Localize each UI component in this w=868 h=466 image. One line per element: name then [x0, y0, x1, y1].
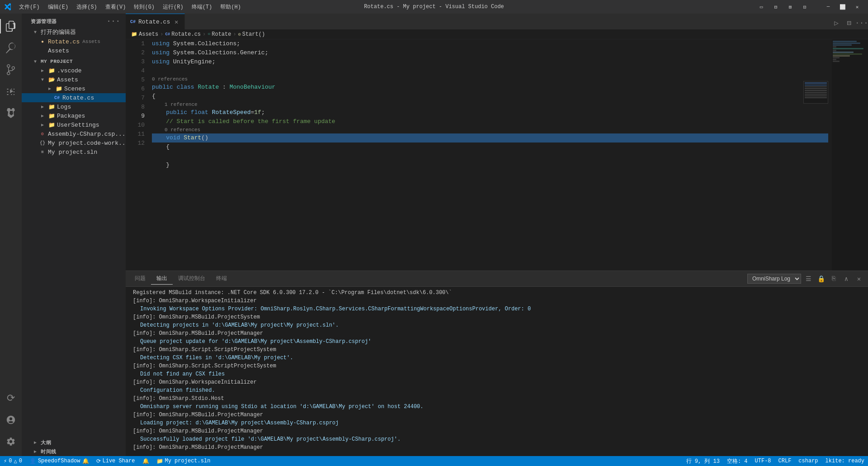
tab-terminal[interactable]: 终端 [211, 273, 232, 285]
live-share-status[interactable]: ⟳ Live Share [93, 456, 139, 466]
errors-count: 0 [9, 458, 12, 464]
assembly-csproj-file[interactable]: ⚙ Assembly-CSharp.csp... [22, 129, 126, 138]
tab-rotatecs[interactable]: C# Rotate.cs ✕ [126, 14, 185, 29]
editor-toolbar: ▷ ⊟ ··· [830, 17, 868, 29]
breadcrumb-file[interactable]: C# Rotate.cs [165, 31, 201, 38]
usersettings-folder[interactable]: ▶ 📁 UserSettings [22, 120, 126, 129]
assets-folder-icon: 📂 [48, 76, 55, 83]
sidebar: 资源管理器 ··· ▼ 打开的编辑器 ● Rotate.cs Assets As… [22, 14, 126, 456]
open-file-assets[interactable]: Assets [22, 46, 126, 55]
menu-select[interactable]: 选择(S) [73, 2, 101, 12]
breadcrumb-assets-label: Assets [139, 31, 158, 38]
log-line-8: Detecting CSX files in 'd:\GAMELAB\My pr… [133, 354, 861, 362]
status-bar-left: ⚡ 0 △ 0 👤 SpeedofShadow 🔔 ⟳ Live Share 🔔… [0, 456, 214, 466]
code-line-1: using System.Collections; [152, 39, 828, 48]
vscode-folder[interactable]: ▶ 📁 .vscode [22, 66, 126, 75]
error-icon: ⚡ [4, 458, 7, 465]
breadcrumb-class-label: Rotate [212, 31, 231, 38]
open-editors-section[interactable]: ▼ 打开的编辑器 [22, 27, 126, 37]
packages-folder[interactable]: ▶ 📁 Packages [22, 111, 126, 120]
split-editor-button[interactable]: ⊟ [843, 17, 855, 29]
logs-folder[interactable]: ▶ 📁 Logs [22, 102, 126, 111]
indent-status[interactable]: 空格: 4 [723, 456, 751, 466]
panel-copy-button[interactable]: ⎘ [828, 273, 839, 284]
menu-terminal[interactable]: 终端(T) [188, 2, 216, 12]
code-content[interactable]: using System.Collections; using System.C… [148, 39, 832, 271]
remote-activity-icon[interactable]: ⟳ [0, 387, 22, 409]
tab-cs-icon: C# [130, 19, 136, 24]
log-line-3: [info]: OmniSharp.MSBuild.ProjectSystem [133, 313, 861, 321]
my-project-section[interactable]: ▼ MY PROJECT [22, 57, 126, 66]
sln-file[interactable]: ≡ My project.sln [22, 147, 126, 157]
code-editor[interactable]: 1 2 3 4 5 6 7 8 9 10 11 12 using System.… [126, 39, 868, 271]
cursor-position-status[interactable]: 行 9, 列 13 [683, 456, 723, 466]
panel-list-button[interactable]: ☰ [803, 273, 814, 284]
grid-icon[interactable]: ⊡ [798, 0, 811, 13]
tab-close-button[interactable]: ✕ [173, 18, 180, 25]
scenes-folder[interactable]: ▶ 📁 Scenes [22, 84, 126, 93]
menu-edit[interactable]: 编辑(E) [44, 2, 72, 12]
menu-file[interactable]: 文件(F) [15, 2, 43, 12]
sidebar-more-button[interactable]: ··· [107, 17, 120, 25]
cursor-position-label: 行 9, 列 13 [686, 457, 720, 465]
ref-hint-0: 0 references [152, 76, 828, 83]
panel-collapse-button[interactable]: ∧ [841, 273, 852, 284]
minimap[interactable] [832, 39, 868, 271]
breadcrumb-class[interactable]: ○ Rotate [208, 31, 231, 38]
bell-status[interactable]: 🔔 [139, 456, 153, 466]
split-icon[interactable]: ⊟ [769, 0, 782, 13]
timeline-section[interactable]: ▶ 时间线 [22, 447, 126, 456]
log-dropdown[interactable]: OmniSharp Log [747, 274, 801, 284]
panel-close-button[interactable]: ✕ [854, 273, 864, 284]
tab-debug-console[interactable]: 调试控制台 [173, 273, 211, 285]
extensions-activity-icon[interactable] [0, 102, 22, 124]
layout-icon[interactable]: ▭ [755, 0, 768, 13]
codework-label: My project.code-work... [48, 140, 126, 147]
tab-output[interactable]: 输出 [151, 273, 173, 285]
encoding-status[interactable]: UTF-8 [751, 456, 775, 466]
search-activity-icon[interactable] [0, 37, 22, 59]
run-button[interactable]: ▷ [830, 17, 843, 29]
language-status[interactable]: csharp [795, 456, 821, 466]
modified-icon: ● [39, 38, 46, 45]
log-line-13: [info]: OmniSharp.Stdio.Host [133, 395, 861, 403]
username-label: SpeedofShadow [38, 458, 80, 464]
more-actions-button[interactable]: ··· [855, 17, 868, 29]
tab-problems[interactable]: 问题 [129, 273, 151, 285]
panel-content[interactable]: Registered MSBuild instance: .NET Core S… [126, 287, 868, 456]
menu-view[interactable]: 查看(V) [102, 2, 130, 12]
menu-goto[interactable]: 转到(G) [130, 2, 158, 12]
outline-label: 大纲 [41, 439, 51, 446]
account-activity-icon[interactable] [0, 409, 22, 431]
errors-warnings-status[interactable]: ⚡ 0 △ 0 [0, 456, 26, 466]
log-line-15: [info]: OmniSharp.MSBuild.ProjectManager [133, 411, 861, 419]
panel-tabs: 问题 输出 调试控制台 终端 OmniSharp Log ☰ 🔒 ⎘ ∧ ✕ [126, 271, 868, 287]
close-button[interactable]: ✕ [851, 0, 863, 13]
user-status[interactable]: 👤 SpeedofShadow 🔔 [26, 456, 93, 466]
breadcrumb-assets[interactable]: 📁 Assets [131, 31, 158, 38]
menu-run[interactable]: 运行(R) [159, 2, 187, 12]
explorer-activity-icon[interactable] [0, 15, 22, 37]
settings-activity-icon[interactable] [0, 431, 22, 452]
log-line-11: [info]: OmniSharp.WorkspaceInitializer [133, 378, 861, 386]
minimize-button[interactable]: ─ [822, 0, 835, 13]
logs-label: Logs [57, 104, 71, 110]
run-debug-activity-icon[interactable] [0, 81, 22, 102]
line-ending-status[interactable]: CRLF [775, 456, 795, 466]
menu-bar: 文件(F) 编辑(E) 选择(S) 查看(V) 转到(G) 运行(R) 终端(T… [15, 2, 245, 12]
extension-status[interactable]: lkite: ready [822, 456, 868, 466]
menu-help[interactable]: 帮助(H) [217, 2, 245, 12]
outline-section[interactable]: ▶ 大纲 [22, 438, 126, 447]
breadcrumb-method[interactable]: ⊙ Start() [238, 31, 265, 38]
panels-icon[interactable]: ⊞ [784, 0, 797, 13]
codework-file[interactable]: {} My project.code-work... [22, 138, 126, 147]
open-file-rotatecs[interactable]: ● Rotate.cs Assets [22, 37, 126, 46]
restore-button[interactable]: ⬜ [836, 0, 849, 13]
panel-lock-button[interactable]: 🔒 [816, 273, 826, 284]
project-status[interactable]: 📁 My project.sln [153, 456, 214, 466]
source-control-activity-icon[interactable] [0, 59, 22, 81]
assets-folder[interactable]: ▼ 📂 Assets [22, 75, 126, 84]
scenes-folder-icon: 📁 [55, 85, 62, 92]
rotate-cs-file[interactable]: C# Rotate.cs [22, 93, 126, 102]
breadcrumb-method-label: Start() [242, 31, 265, 38]
